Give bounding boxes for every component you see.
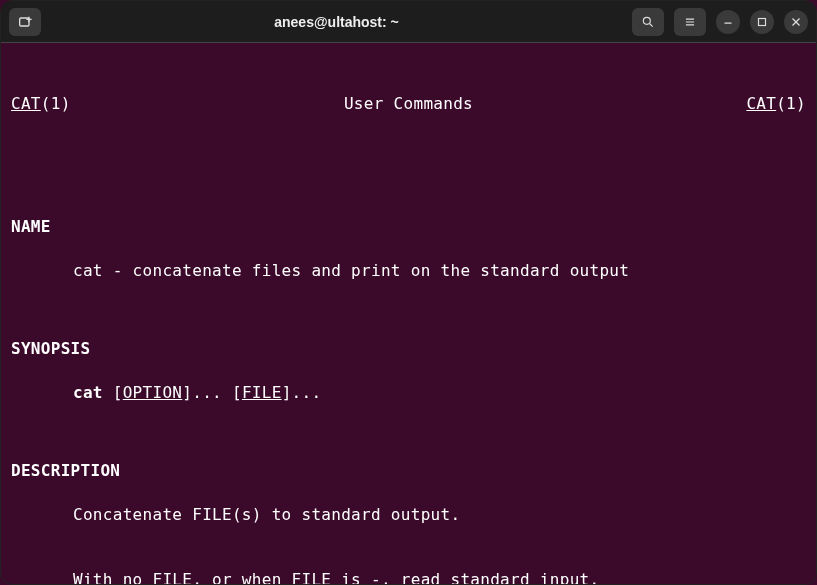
manpage-header-left-name: CAT bbox=[11, 94, 41, 113]
window-titlebar: anees@ultahost: ~ bbox=[1, 1, 816, 43]
synopsis-opt-open: [ bbox=[103, 383, 123, 402]
window-title: anees@ultahost: ~ bbox=[47, 14, 626, 30]
hamburger-menu-button[interactable] bbox=[674, 8, 706, 36]
section-heading-name: NAME bbox=[11, 217, 51, 236]
name-text: cat - concatenate files and print on the… bbox=[73, 261, 629, 280]
synopsis-file-close: ]... bbox=[282, 383, 322, 402]
search-button[interactable] bbox=[632, 8, 664, 36]
maximize-button[interactable] bbox=[750, 10, 774, 34]
description-line1: Concatenate FILE(s) to standard output. bbox=[73, 505, 460, 524]
manpage-header-right-section: (1) bbox=[776, 94, 806, 113]
svg-point-3 bbox=[643, 17, 650, 24]
section-heading-description: DESCRIPTION bbox=[11, 461, 120, 480]
description-line2: With no FILE, or when FILE is -, read st… bbox=[73, 570, 599, 585]
synopsis-opt-close: ]... [ bbox=[182, 383, 242, 402]
section-heading-synopsis: SYNOPSIS bbox=[11, 339, 90, 358]
synopsis-file: FILE bbox=[242, 383, 282, 402]
close-button[interactable] bbox=[784, 10, 808, 34]
terminal-content[interactable]: CAT(1) User Commands CAT(1) NAME cat - c… bbox=[1, 43, 816, 585]
manpage-header: CAT(1) User Commands CAT(1) bbox=[1, 93, 816, 115]
svg-line-4 bbox=[650, 23, 653, 26]
manpage-header-center: User Commands bbox=[71, 93, 747, 115]
new-tab-button[interactable] bbox=[9, 8, 41, 36]
manpage-header-right-name: CAT bbox=[746, 94, 776, 113]
minimize-button[interactable] bbox=[716, 10, 740, 34]
synopsis-cmd: cat bbox=[73, 383, 103, 402]
manpage-header-left-section: (1) bbox=[41, 94, 71, 113]
synopsis-option: OPTION bbox=[123, 383, 183, 402]
svg-rect-9 bbox=[759, 18, 766, 25]
